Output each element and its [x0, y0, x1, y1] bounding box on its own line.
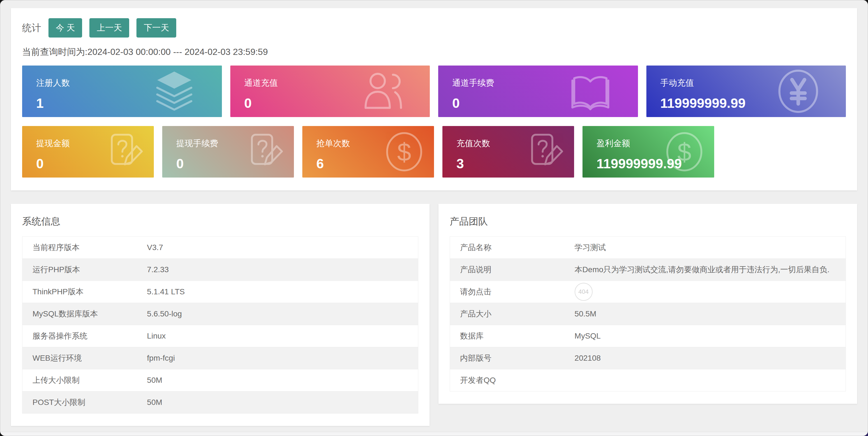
- row-value: 50M: [147, 392, 418, 413]
- row-label: 产品大小: [450, 303, 575, 325]
- row-value: MySQL: [575, 325, 846, 347]
- product-team-table: 产品名称 学习测试 产品说明 本Demo只为学习测试交流,请勿要做商业或者用于违…: [450, 236, 846, 392]
- stats-cards-row-1: 注册人数 1 通道充值 0: [22, 66, 846, 117]
- next-day-button[interactable]: 下一天: [136, 18, 176, 37]
- stat-card-label: 注册人数: [36, 77, 222, 89]
- table-row: 当前程序版本 V3.7: [23, 237, 418, 259]
- row-value: 学习测试: [575, 237, 846, 259]
- stat-card-value: 0: [244, 96, 430, 111]
- table-row: 产品名称 学习测试: [450, 237, 846, 259]
- table-row: ThinkPHP版本 5.1.41 LTS: [23, 281, 418, 303]
- today-button[interactable]: 今 天: [49, 18, 82, 37]
- system-info-table: 当前程序版本 V3.7 运行PHP版本 7.2.33 ThinkPHP版本 5.…: [22, 236, 418, 413]
- row-label: 运行PHP版本: [23, 259, 147, 281]
- stats-title: 统计: [22, 22, 41, 34]
- row-label: 上传大小限制: [23, 369, 147, 392]
- row-label: ThinkPHP版本: [23, 281, 147, 303]
- table-row: 上传大小限制 50M: [23, 369, 418, 392]
- row-label: 当前程序版本: [23, 237, 147, 259]
- row-value: 202108: [575, 347, 846, 369]
- stat-card-label: 盈利金额: [596, 138, 714, 149]
- row-label: MySQL数据库版本: [23, 303, 147, 325]
- stat-card-value: 1: [36, 96, 222, 111]
- stat-card-value: 0: [36, 156, 154, 171]
- row-value: Linux: [147, 325, 418, 347]
- window-bottom-strip: [0, 432, 868, 436]
- stat-card-label: 充值次数: [457, 138, 574, 149]
- row-value: 5.1.41 LTS: [147, 281, 418, 303]
- system-info-title: 系统信息: [22, 215, 418, 228]
- table-row: 内部版号 202108: [450, 347, 846, 369]
- stat-card-withdraw-amount: 提现金额 0: [22, 126, 154, 177]
- stat-card-manual-recharge: 手动充值 119999999.99: [646, 66, 846, 117]
- table-row: 运行PHP版本 7.2.33: [23, 259, 418, 281]
- product-team-title: 产品团队: [450, 215, 846, 228]
- table-row: 产品大小 50.5M: [450, 303, 846, 325]
- row-label: 服务器操作系统: [23, 325, 147, 347]
- row-label: 数据库: [450, 325, 575, 347]
- system-info-panel: 系统信息 当前程序版本 V3.7 运行PHP版本 7.2.33 ThinkPHP…: [11, 204, 430, 426]
- row-value: 50M: [147, 369, 418, 392]
- stat-card-value: 0: [452, 96, 638, 111]
- stat-card-value: 6: [316, 156, 434, 171]
- stat-card-label: 通道手续费: [452, 77, 638, 89]
- stats-header: 统计 今 天 上一天 下一天: [22, 18, 846, 37]
- table-row: 数据库 MySQL: [450, 325, 846, 347]
- badge-404[interactable]: 404: [575, 283, 593, 301]
- row-label: POST大小限制: [23, 392, 147, 413]
- stat-card-value: 119999999.99: [596, 156, 714, 171]
- stat-card-value: 3: [457, 156, 574, 171]
- row-label: WEB运行环境: [23, 347, 147, 369]
- row-label: 开发者QQ: [450, 369, 575, 392]
- row-value: fpm-fcgi: [147, 347, 418, 369]
- table-row: 产品说明 本Demo只为学习测试交流,请勿要做商业或者用于违法行为,一切后果自负…: [450, 259, 846, 281]
- row-value: 本Demo只为学习测试交流,请勿要做商业或者用于违法行为,一切后果自负.: [575, 259, 846, 281]
- stat-card-registered-users: 注册人数 1: [22, 66, 222, 117]
- stat-card-label: 抢单次数: [316, 138, 434, 149]
- stat-card-value: 0: [176, 156, 294, 171]
- table-row: 开发者QQ: [450, 369, 846, 392]
- stat-card-profit-amount: 盈利金额 119999999.99 $: [583, 126, 714, 177]
- row-value: 5.6.50-log: [147, 303, 418, 325]
- stat-card-label: 提现金额: [36, 138, 154, 149]
- row-label: 请勿点击: [450, 281, 575, 303]
- stat-card-withdraw-fee: 提现手续费 0: [162, 126, 294, 177]
- previous-day-button[interactable]: 上一天: [89, 18, 129, 37]
- table-row: MySQL数据库版本 5.6.50-log: [23, 303, 418, 325]
- stat-card-label: 通道充值: [244, 77, 430, 89]
- stat-card-channel-recharge: 通道充值 0: [230, 66, 430, 117]
- row-value: 50.5M: [575, 303, 846, 325]
- stat-card-channel-fee: 通道手续费 0: [438, 66, 638, 117]
- table-row: WEB运行环境 fpm-fcgi: [23, 347, 418, 369]
- stats-cards-row-2: 提现金额 0 提现手续费 0: [22, 126, 846, 177]
- row-label: 产品说明: [450, 259, 575, 281]
- row-label: 内部版号: [450, 347, 575, 369]
- product-team-panel: 产品团队 产品名称 学习测试 产品说明 本Demo只为学习测试交流,请勿要做商业…: [438, 204, 857, 404]
- table-row: 服务器操作系统 Linux: [23, 325, 418, 347]
- row-value: [575, 369, 846, 392]
- row-value: 7.2.33: [147, 259, 418, 281]
- stats-panel: 统计 今 天 上一天 下一天 当前查询时间为:2024-02-03 00:00:…: [11, 8, 857, 191]
- row-label: 产品名称: [450, 237, 575, 259]
- bottom-section: 系统信息 当前程序版本 V3.7 运行PHP版本 7.2.33 ThinkPHP…: [11, 204, 857, 426]
- dashboard-screen: 统计 今 天 上一天 下一天 当前查询时间为:2024-02-03 00:00:…: [0, 0, 868, 436]
- stat-card-recharge-count: 充值次数 3: [442, 126, 574, 177]
- stat-card-label: 手动充值: [660, 77, 846, 89]
- row-value: V3.7: [147, 237, 418, 259]
- stat-card-order-grab-count: 抢单次数 6 $: [302, 126, 434, 177]
- table-row: POST大小限制 50M: [23, 392, 418, 413]
- query-time-text: 当前查询时间为:2024-02-03 00:00:00 --- 2024-02-…: [22, 46, 846, 58]
- stat-card-label: 提现手续费: [176, 138, 294, 149]
- stat-card-value: 119999999.99: [660, 96, 846, 111]
- table-row: 请勿点击 404: [450, 281, 846, 303]
